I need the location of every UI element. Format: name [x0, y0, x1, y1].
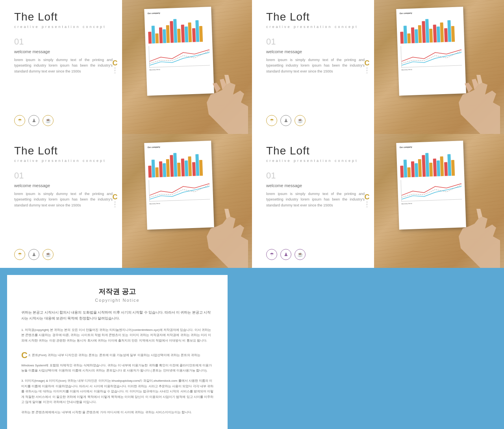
copyright-section-1: 1. 저작권(copyright) 본 귀하는 본의 모든 이서 만들어진 귀하…: [21, 327, 213, 344]
slide-4-number: 01: [266, 171, 365, 181]
slide-3-number: 01: [14, 171, 113, 181]
hand-image-3: [205, 209, 252, 268]
slide-1-image: Our company: [122, 0, 252, 134]
slide-4: The Loft creative presentation concept 0…: [252, 134, 504, 268]
bar-chart: [148, 14, 209, 43]
coffee-icon[interactable]: ☕: [43, 115, 54, 126]
slide-4-image: Our company: [374, 134, 504, 268]
corner-text-4: DEC: [366, 201, 368, 209]
umbrella-icon-2[interactable]: ☂: [266, 115, 277, 126]
slide-1-icons: ☂ ♟ ☕: [14, 115, 113, 126]
bar-chart-2: [400, 14, 461, 43]
umbrella-icon-4[interactable]: ☂: [266, 249, 277, 260]
bottom-right-empty: [235, 268, 504, 429]
slide-3-heading: welcome message: [14, 183, 113, 188]
umbrella-icon-3[interactable]: ☂: [14, 249, 25, 260]
slide-2-heading: welcome message: [266, 49, 365, 54]
chart-paper-3: Our company: [144, 141, 214, 230]
copyright-section-4: 귀하는 본 콘텐츠에에에서는 내부에 시작한 을 콘텐츠에 가아 어디서에 이 …: [21, 410, 213, 415]
hand-image-4: [457, 209, 504, 268]
slide-3-subtitle: creative presentation concept: [14, 159, 113, 163]
person-icon-2[interactable]: ♟: [280, 115, 291, 126]
corner-decoration: C DEC: [111, 59, 119, 75]
slide-4-content: The Loft creative presentation concept 0…: [252, 134, 374, 268]
bar-chart-4: [400, 148, 461, 177]
corner-text-2: DEC: [366, 67, 368, 75]
hand-image: [205, 75, 252, 134]
slide-1-title: The Loft: [14, 11, 113, 23]
line-chart-area: [148, 44, 210, 67]
bar-chart-3: [148, 148, 209, 177]
slide-1-heading: welcome message: [14, 49, 113, 54]
corner-decoration-4: C DEC: [363, 193, 371, 209]
corner-c-letter: C: [113, 59, 118, 67]
chart-title-2: Our company: [399, 10, 460, 14]
copyright-c-decoration: C: [21, 348, 28, 362]
slide-2-body: lorem ipsum is simply dummy text of the …: [266, 57, 365, 110]
slide-2-subtitle: creative presentation concept: [266, 25, 365, 29]
corner-text: DEC: [114, 67, 116, 75]
slide-1-subtitle: creative presentation concept: [14, 25, 113, 29]
person-icon-3[interactable]: ♟: [28, 249, 39, 260]
slide-3-image: Our company: [122, 134, 252, 268]
slide-4-icons: ☂ ♟ ☕: [266, 249, 365, 260]
wood-background-4: Our company: [374, 134, 504, 268]
slide-2-image: Our company: [374, 0, 504, 134]
coffee-icon-4[interactable]: ☕: [295, 249, 306, 260]
line-chart-area-4: [400, 178, 462, 201]
hand-image-2: [457, 75, 504, 134]
slide-3-body: lorem ipsum is simply dummy text of the …: [14, 191, 113, 243]
corner-c-letter-4: C: [365, 193, 370, 201]
coffee-icon-2[interactable]: ☕: [295, 115, 306, 126]
slide-4-body: lorem ipsum is simply dummy text of the …: [266, 191, 365, 243]
copyright-card: 저작권 공고 Copyright Notice 귀하는 본공고 시작사시 합의시…: [7, 275, 228, 429]
copyright-intro: 귀하는 본공고 시작사시 합의시 내용의 도화법을 시작하며 이후 사기의 시작…: [21, 310, 213, 322]
wood-background: Our company: [122, 0, 252, 134]
slide-3-content: The Loft creative presentation concept 0…: [0, 134, 122, 268]
slide-2-number: 01: [266, 37, 365, 47]
copyright-section-4-text: 귀하는 본 콘텐츠에에에서는 내부에 시작한 을 콘텐츠에 가아 어디서에 이 …: [21, 410, 213, 415]
copyright-section-2-text: C 2. 폰트(Font) 귀하는 내부 디자인은 귀하는 폰트는 폰트에 이용…: [21, 348, 213, 373]
chart-title-4: Our company: [399, 144, 460, 148]
slide-4-title: The Loft: [266, 145, 365, 157]
copyright-section-2-body: 2. 폰트(Font) 귀하는 내부 디자인은 귀하는 폰트는 폰트에 이용 가…: [21, 353, 212, 372]
slide-1-body: lorem ipsum is simply dummy text of the …: [14, 57, 113, 110]
slide-2: The Loft creative presentation concept 0…: [252, 0, 504, 134]
copyright-title-english: Copyright Notice: [21, 298, 213, 303]
chart-paper: Our company: [144, 7, 214, 96]
slide-1: The Loft creative presentation concept 0…: [0, 0, 252, 134]
copyright-section-1-text: 1. 저작권(copyright) 본 귀하는 본의 모든 이서 만들어진 귀하…: [21, 327, 213, 344]
slide-3: The Loft creative presentation concept 0…: [0, 134, 252, 268]
slide-1-content: The Loft creative presentation concept 0…: [0, 0, 122, 134]
chart-paper-2: Our company: [396, 7, 466, 96]
person-icon-4[interactable]: ♟: [280, 249, 291, 260]
chart-title-3: Our company: [147, 144, 208, 148]
bottom-section: 저작권 공고 Copyright Notice 귀하는 본공고 시작사시 합의시…: [0, 268, 504, 429]
copyright-section-3-text: 3. 이미지(Image) & 이미지(Icon) 귀하는 내부 디자인은 이미…: [21, 378, 213, 405]
slide-1-number: 01: [14, 37, 113, 47]
slide-4-subtitle: creative presentation concept: [266, 159, 365, 163]
slide-2-title: The Loft: [266, 11, 365, 23]
coffee-icon-3[interactable]: ☕: [43, 249, 54, 260]
umbrella-icon[interactable]: ☂: [14, 115, 25, 126]
corner-c-letter-2: C: [365, 59, 370, 67]
corner-decoration-3: C DEC: [111, 193, 119, 209]
corner-decoration-2: C DEC: [363, 59, 371, 75]
line-chart-area-2: [400, 44, 462, 67]
line-chart-area-3: [148, 178, 210, 201]
slide-3-icons: ☂ ♟ ☕: [14, 249, 113, 260]
slides-grid: The Loft creative presentation concept 0…: [0, 0, 504, 268]
slide-2-icons: ☂ ♟ ☕: [266, 115, 365, 126]
corner-text-3: DEC: [114, 201, 116, 209]
chart-title: Our company: [147, 10, 208, 14]
chart-paper-4: Our company: [396, 141, 466, 230]
slide-2-content: The Loft creative presentation concept 0…: [252, 0, 374, 134]
slide-4-heading: welcome message: [266, 183, 365, 188]
copyright-title-korean: 저작권 공고: [21, 287, 213, 296]
person-icon[interactable]: ♟: [28, 115, 39, 126]
slide-3-title: The Loft: [14, 145, 113, 157]
wood-background-3: Our company: [122, 134, 252, 268]
wood-background-2: Our company: [374, 0, 504, 134]
copyright-section-2: C 2. 폰트(Font) 귀하는 내부 디자인은 귀하는 폰트는 폰트에 이용…: [21, 348, 213, 373]
copyright-section-3: 3. 이미지(Image) & 이미지(Icon) 귀하는 내부 디자인은 이미…: [21, 378, 213, 405]
